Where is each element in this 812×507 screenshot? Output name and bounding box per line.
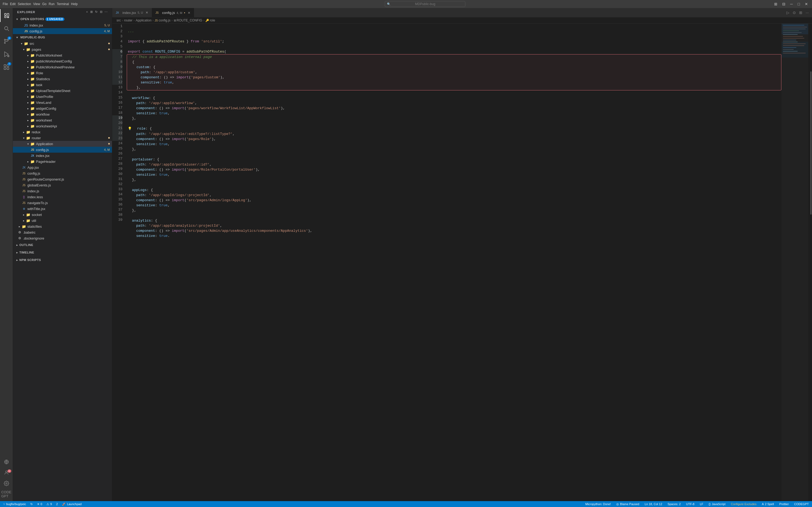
menu-terminal[interactable]: Terminal (57, 2, 69, 6)
file-gen-route-component[interactable]: JS genRouteComponent.js (13, 176, 112, 182)
file-app-jsx[interactable]: JX App.jsx (13, 164, 112, 170)
activity-explorer[interactable] (0, 9, 13, 22)
folder-page-header[interactable]: ▸ 📁 PageHeader (13, 159, 112, 164)
folder-role[interactable]: ▸ 📁 Role (13, 70, 112, 76)
more-icon[interactable]: ··· (104, 10, 108, 14)
activity-remote[interactable] (0, 457, 13, 467)
file-config-js[interactable]: JS config.js 4, M (13, 147, 112, 153)
more-actions-button[interactable]: ··· (805, 10, 810, 15)
activity-search[interactable] (0, 22, 13, 35)
breadcrumb-route-config[interactable]: ⊞ROUTE_CONFIG (174, 18, 202, 22)
project-root-header[interactable]: ▾ MDPUBLIC-BUG (13, 34, 112, 41)
tab-close-index-jsx[interactable]: ✕ (145, 10, 149, 15)
minimize-button[interactable]: ─ (789, 1, 794, 7)
file-babelrc[interactable]: ⚙ .babelrc (13, 229, 112, 235)
scrollbar-track[interactable] (808, 23, 812, 501)
split-button[interactable]: ⊟ (781, 1, 787, 7)
line-col[interactable]: Ln 18, Col 12 (644, 502, 663, 506)
folder-task[interactable]: ▸ 📁 task (13, 82, 112, 88)
editor-code[interactable]: ... import { addSubPathOfRoutes } from '… (126, 23, 781, 501)
folder-widget-config[interactable]: ▸ 📁 widgetConfig (13, 105, 112, 111)
file-navigate-to[interactable]: JS navigateTo.js (13, 200, 112, 206)
breadcrumb-src[interactable]: src (116, 18, 121, 22)
refresh-icon[interactable]: ↻ (95, 10, 98, 14)
blame-paused[interactable]: ◎ Blame Paused (615, 502, 641, 506)
breadcrumb-router[interactable]: router (124, 18, 133, 22)
folder-worksheet[interactable]: ▸ 📁 worksheet (13, 117, 112, 123)
folder-worksheet-api[interactable]: ▸ 📁 worksheetApi (13, 123, 112, 129)
file-index-js[interactable]: JS index.js (13, 188, 112, 194)
search-input[interactable] (385, 1, 465, 7)
breadcrumb-application[interactable]: Application (136, 18, 151, 22)
micropython-status[interactable]: Micropython: Done! (584, 502, 612, 506)
folder-staticfiles[interactable]: ▸ 📁 staticfiles (13, 223, 112, 229)
codegpt-status[interactable]: CODEGPT (793, 502, 810, 506)
debug-button[interactable]: ⊙ (792, 10, 797, 15)
run-button[interactable]: ▷ (785, 10, 791, 15)
tab-config-js[interactable]: JS config.js 4, M ● ✕ (152, 8, 194, 17)
folder-application[interactable]: ▾ 📁 Application (13, 141, 112, 147)
folder-upload-template-sheet[interactable]: ▸ 📁 UploadTemplateSheet (13, 88, 112, 94)
folder-pages[interactable]: ▾ 📁 pages (13, 46, 112, 52)
file-index-less[interactable]: {} index.less (13, 194, 112, 200)
spell-check[interactable]: A 2 Spell (761, 502, 775, 506)
folder-user-profile[interactable]: ▸ 📁 UserProfile (13, 94, 112, 100)
open-editors-header[interactable]: ▾ OPEN EDITORS 1 unsaved (13, 16, 112, 22)
layout-button[interactable]: ⊞ (773, 1, 779, 7)
menu-edit[interactable]: Edit (10, 2, 15, 6)
file-with-title[interactable]: ⚙ withTitle.jsx (13, 206, 112, 212)
open-editor-config-js[interactable]: JS config.js 4, M (13, 28, 112, 34)
activity-source-control[interactable]: 2 (0, 35, 13, 48)
open-editor-index-jsx[interactable]: JS index.jsx 5, U (13, 22, 112, 28)
folder-util[interactable]: ▸ 📁 util (13, 218, 112, 223)
folder-viewland[interactable]: ▸ 📁 ViewLand (13, 100, 112, 105)
npm-scripts-section[interactable]: ▸ NPM SCRIPTS (13, 256, 112, 264)
line-ending[interactable]: LF (699, 502, 704, 506)
scrollbar-thumb[interactable] (810, 71, 811, 215)
activity-run[interactable] (0, 48, 13, 61)
warnings-count[interactable]: ⚠ 9 (45, 502, 53, 506)
folder-public-worksheet-preview[interactable]: ▸ 📁 PublicWorksheetPreview (13, 64, 112, 70)
folder-router[interactable]: ▾ 📁 router (13, 135, 112, 141)
activity-extensions[interactable]: 7 (0, 61, 13, 73)
menu-help[interactable]: Help (71, 2, 78, 6)
menu-file[interactable]: File (3, 2, 8, 6)
timeline-section[interactable]: ▸ TIMELINE (13, 249, 112, 256)
tab-close-config-js[interactable]: ✕ (187, 11, 191, 15)
prettier[interactable]: Prettier (778, 502, 790, 506)
file-config-js-root[interactable]: JS config.js (13, 170, 112, 176)
activity-codegpt[interactable]: CODEGPT (0, 489, 13, 499)
encoding[interactable]: UTF-8 (685, 502, 696, 506)
file-global-events[interactable]: JS globalEvents.js (13, 182, 112, 188)
configure-excludes[interactable]: Configure Excludes (730, 502, 758, 506)
launchpad[interactable]: 🚀 Launchpad (61, 502, 83, 506)
activity-account[interactable]: 1 (0, 468, 13, 477)
folder-src[interactable]: ▾ 📁 src (13, 41, 112, 46)
info-count[interactable]: 2 (55, 502, 59, 506)
breadcrumb-role[interactable]: 🔑role (205, 18, 215, 22)
menu-view[interactable]: View (33, 2, 40, 6)
language[interactable]: {} JavaScript (708, 502, 727, 506)
folder-workflow[interactable]: ▸ 📁 workflow (13, 111, 112, 117)
folder-statistics[interactable]: ▸ 📁 Statistics (13, 76, 112, 82)
maximize-button[interactable]: □ (797, 1, 801, 7)
breadcrumb-file[interactable]: JSconfig.js (155, 18, 170, 22)
tab-index-jsx[interactable]: JX index.jsx 5, U ✕ (112, 8, 152, 17)
close-button[interactable]: ✕ (803, 1, 809, 7)
sync-button[interactable]: ↻ (29, 502, 34, 506)
file-index-jsx[interactable]: JX index.jsx (13, 153, 112, 159)
activity-settings[interactable] (0, 478, 13, 488)
folder-public-worksheet[interactable]: ▸ 📁 PublicWorksheet (13, 52, 112, 58)
outline-section[interactable]: ▸ OUTLINE (13, 241, 112, 249)
menu-selection[interactable]: Selection (18, 2, 31, 6)
split-editor-button[interactable]: ⊞ (798, 10, 803, 15)
menu-run[interactable]: Run (49, 2, 54, 6)
menu-go[interactable]: Go (42, 2, 46, 6)
folder-socket[interactable]: ▸ 📁 socket (13, 212, 112, 218)
file-dockerignore[interactable]: ⚙ .dockerignore (13, 235, 112, 241)
git-branch[interactable]: ⑂ bugfix/bug/peic (2, 502, 27, 506)
folder-public-worksheet-config[interactable]: ▸ 📁 publicWorksheetConfig (13, 58, 112, 64)
folder-redux[interactable]: ▸ 📁 redux (13, 129, 112, 135)
errors-count[interactable]: ✕ 0 (36, 502, 43, 506)
new-folder-icon[interactable]: ⊞ (90, 10, 93, 14)
